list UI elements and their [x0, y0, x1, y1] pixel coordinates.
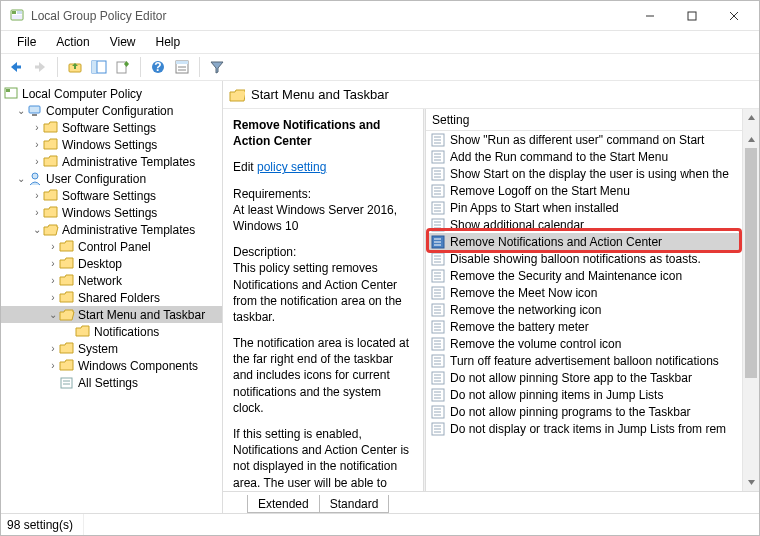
tab-extended[interactable]: Extended — [247, 495, 320, 513]
tree-item[interactable]: ›System — [1, 340, 222, 357]
expand-icon[interactable]: ⌄ — [31, 224, 43, 235]
edit-policy-link[interactable]: policy setting — [257, 160, 326, 174]
setting-row[interactable]: Remove the Meet Now icon — [426, 284, 759, 301]
tree-item[interactable]: ›Windows Settings — [1, 136, 222, 153]
setting-row[interactable]: Do not allow pinning programs to the Tas… — [426, 403, 759, 420]
tree-item[interactable]: ›Software Settings — [1, 187, 222, 204]
policy-setting-icon — [430, 217, 446, 233]
expand-icon[interactable]: › — [31, 122, 43, 133]
expand-icon[interactable]: ⌄ — [47, 309, 59, 320]
tree-pane[interactable]: Local Computer Policy ⌄ Computer Configu… — [1, 81, 223, 513]
tree-label: Control Panel — [78, 240, 151, 254]
setting-row[interactable]: Remove the battery meter — [426, 318, 759, 335]
filter-button[interactable] — [206, 56, 228, 78]
setting-row[interactable]: Remove Logoff on the Start Menu — [426, 182, 759, 199]
menu-file[interactable]: File — [7, 33, 46, 51]
expand-icon[interactable]: › — [47, 275, 59, 286]
tree-item[interactable]: ›Network — [1, 272, 222, 289]
tree-user-configuration[interactable]: ⌄ User Configuration — [1, 170, 222, 187]
menu-help[interactable]: Help — [146, 33, 191, 51]
setting-row[interactable]: Show "Run as different user" command on … — [426, 131, 759, 148]
policy-setting-icon — [430, 336, 446, 352]
setting-row[interactable]: Show additional calendar — [426, 216, 759, 233]
svg-rect-18 — [176, 61, 188, 64]
expand-icon[interactable]: › — [47, 258, 59, 269]
help-button[interactable]: ? — [147, 56, 169, 78]
menu-action[interactable]: Action — [46, 33, 99, 51]
policy-setting-icon — [430, 421, 446, 437]
setting-row[interactable]: Remove the networking icon — [426, 301, 759, 318]
tree-admin-templates[interactable]: ⌄ Administrative Templates — [1, 221, 222, 238]
expand-icon[interactable]: › — [31, 156, 43, 167]
policy-setting-icon — [430, 268, 446, 284]
menubar: File Action View Help — [1, 31, 759, 53]
tree-item[interactable]: ›Windows Components — [1, 357, 222, 374]
tree-item[interactable]: ›Software Settings — [1, 119, 222, 136]
setting-row[interactable]: Remove the Security and Maintenance icon — [426, 267, 759, 284]
policy-setting-icon — [430, 200, 446, 216]
policy-setting-icon — [430, 132, 446, 148]
expand-icon[interactable]: › — [31, 190, 43, 201]
tree-all-settings[interactable]: All Settings — [1, 374, 222, 391]
tree-start-menu-taskbar[interactable]: ⌄ Start Menu and Taskbar — [1, 306, 222, 323]
menu-view[interactable]: View — [100, 33, 146, 51]
scroll-down-button[interactable] — [743, 474, 759, 491]
back-button[interactable] — [5, 56, 27, 78]
tab-standard[interactable]: Standard — [320, 495, 390, 513]
setting-row[interactable]: Add the Run command to the Start Menu — [426, 148, 759, 165]
tree-notifications[interactable]: Notifications — [1, 323, 222, 340]
scroll-thumb[interactable] — [745, 148, 757, 378]
expand-icon[interactable]: › — [47, 292, 59, 303]
tree-root[interactable]: Local Computer Policy — [1, 85, 222, 102]
setting-row[interactable]: Do not display or track items in Jump Li… — [426, 420, 759, 437]
folder-open-icon — [43, 222, 59, 238]
list-header[interactable]: Setting — [426, 109, 759, 131]
tree-label: Desktop — [78, 257, 122, 271]
expand-icon[interactable]: › — [31, 139, 43, 150]
setting-row[interactable]: Do not allow pinning items in Jump Lists — [426, 386, 759, 403]
vertical-scrollbar[interactable] — [742, 131, 759, 491]
setting-row[interactable]: Pin Apps to Start when installed — [426, 199, 759, 216]
close-button[interactable] — [713, 1, 755, 30]
show-hide-tree-button[interactable] — [88, 56, 110, 78]
tree-label: Computer Configuration — [46, 104, 173, 118]
toolbar-separator — [57, 57, 58, 77]
tree-item[interactable]: ›Control Panel — [1, 238, 222, 255]
maximize-button[interactable] — [671, 1, 713, 30]
tree-label: Administrative Templates — [62, 155, 195, 169]
list-body[interactable]: Show "Run as different user" command on … — [426, 131, 759, 491]
setting-row[interactable]: Remove Notifications and Action Center — [426, 233, 759, 250]
setting-row[interactable]: Show Start on the display the user is us… — [426, 165, 759, 182]
expand-icon[interactable]: › — [31, 207, 43, 218]
setting-row[interactable]: Turn off feature advertisement balloon n… — [426, 352, 759, 369]
properties-button[interactable] — [171, 56, 193, 78]
tree-item[interactable]: ›Desktop — [1, 255, 222, 272]
setting-row[interactable]: Remove the volume control icon — [426, 335, 759, 352]
export-button[interactable] — [112, 56, 134, 78]
scroll-up-button[interactable] — [743, 131, 759, 148]
expand-icon[interactable]: ⌄ — [15, 173, 27, 184]
tree-item[interactable]: ›Shared Folders — [1, 289, 222, 306]
tree-label: Network — [78, 274, 122, 288]
setting-label: Do not allow pinning programs to the Tas… — [450, 405, 691, 419]
setting-row[interactable]: Disable showing balloon notifications as… — [426, 250, 759, 267]
setting-row[interactable]: Do not allow pinning Store app to the Ta… — [426, 369, 759, 386]
setting-label: Do not display or track items in Jump Li… — [450, 422, 726, 436]
expand-icon[interactable]: ⌄ — [15, 105, 27, 116]
expand-icon[interactable]: › — [47, 360, 59, 371]
tree-item[interactable]: ›Administrative Templates — [1, 153, 222, 170]
folder-icon — [59, 239, 75, 255]
toolbar: ? — [1, 53, 759, 81]
minimize-button[interactable] — [629, 1, 671, 30]
folder-icon — [59, 358, 75, 374]
tree-item[interactable]: ›Windows Settings — [1, 204, 222, 221]
expand-icon[interactable]: › — [47, 241, 59, 252]
forward-button[interactable] — [29, 56, 51, 78]
folder-icon — [43, 137, 59, 153]
expand-icon[interactable]: › — [47, 343, 59, 354]
up-folder-button[interactable] — [64, 56, 86, 78]
tree-label: Software Settings — [62, 189, 156, 203]
window-buttons — [629, 1, 755, 30]
tree-computer-configuration[interactable]: ⌄ Computer Configuration — [1, 102, 222, 119]
setting-label: Remove Logoff on the Start Menu — [450, 184, 630, 198]
